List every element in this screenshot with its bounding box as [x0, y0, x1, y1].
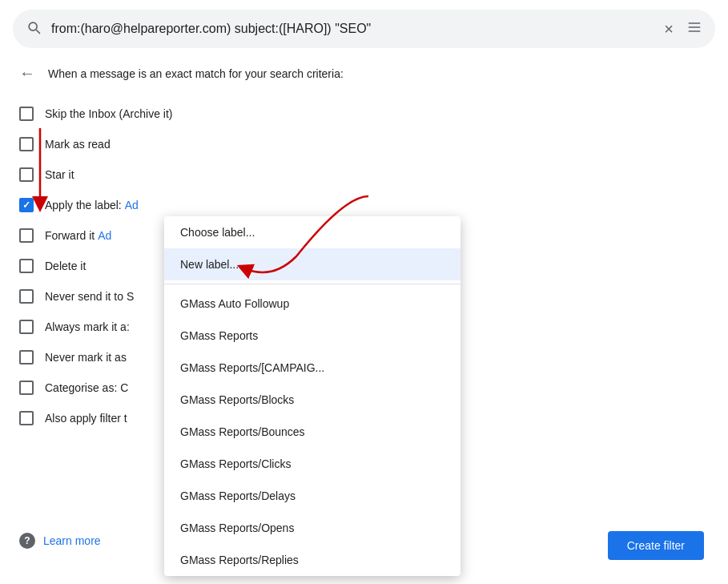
- filter-row-skip-inbox: Skip the Inbox (Archive it): [19, 99, 709, 129]
- checkbox-skip-inbox[interactable]: [19, 107, 34, 121]
- label-delete-it: Delete it: [45, 260, 86, 272]
- learn-more-row: ? Learn more: [19, 522, 101, 560]
- label-never-send: Never send it to S: [45, 290, 134, 303]
- label-apply-label: Apply the label:: [45, 199, 122, 211]
- filter-row-star-it: Star it: [19, 159, 709, 190]
- clear-search-button[interactable]: ×: [664, 20, 674, 38]
- back-row: ← When a message is an exact match for y…: [19, 58, 709, 83]
- label-star-it: Star it: [45, 168, 74, 181]
- dropdown-item-gmass-auto-followup[interactable]: GMass Auto Followup: [164, 288, 461, 320]
- label-skip-inbox: Skip the Inbox (Archive it): [45, 107, 173, 120]
- dropdown-item-gmass-reports-delays[interactable]: GMass Reports/Delays: [164, 480, 461, 512]
- dropdown-item-gmass-reports[interactable]: GMass Reports: [164, 320, 461, 352]
- forward-it-link[interactable]: Ad: [98, 229, 111, 242]
- checkbox-mark-as-read[interactable]: [19, 137, 34, 151]
- dropdown-item-gmass-reports-campaign[interactable]: GMass Reports/[CAMPAIG...: [164, 352, 461, 384]
- checkbox-categorise[interactable]: [19, 381, 34, 395]
- label-never-mark: Never mark it as: [45, 351, 127, 364]
- criteria-description: When a message is an exact match for you…: [48, 67, 344, 80]
- search-options-button[interactable]: [686, 19, 702, 39]
- search-bar: ×: [13, 10, 715, 48]
- checkbox-star-it[interactable]: [19, 167, 34, 182]
- back-button[interactable]: ←: [19, 64, 35, 83]
- search-input[interactable]: [51, 22, 664, 36]
- checkbox-delete-it[interactable]: [19, 259, 34, 273]
- dropdown-scroll: Choose label... New label... GMass Auto …: [164, 216, 461, 576]
- dropdown-item-new-label[interactable]: New label...: [164, 248, 461, 280]
- dropdown-item-gmass-reports-bounces[interactable]: GMass Reports/Bounces: [164, 416, 461, 448]
- checkbox-forward-it[interactable]: [19, 228, 34, 243]
- dropdown-item-choose-label[interactable]: Choose label...: [164, 216, 461, 248]
- checkbox-never-send[interactable]: [19, 289, 34, 304]
- checkbox-always-mark[interactable]: [19, 320, 34, 334]
- dropdown-item-gmass-reports-blocks[interactable]: GMass Reports/Blocks: [164, 384, 461, 416]
- checkbox-never-mark[interactable]: [19, 350, 34, 364]
- checkbox-also-apply[interactable]: [19, 411, 34, 425]
- dropdown-item-gmass-reports-replies[interactable]: GMass Reports/Replies: [164, 544, 461, 576]
- filter-row-mark-as-read: Mark as read: [19, 129, 709, 159]
- label-forward-it: Forward it: [45, 229, 95, 242]
- dropdown-separator: [164, 284, 461, 284]
- checkbox-apply-label[interactable]: [19, 198, 34, 212]
- apply-label-link[interactable]: Ad: [125, 199, 139, 211]
- search-icon: [26, 19, 42, 39]
- label-categorise: Categorise as: C: [45, 381, 128, 394]
- label-also-apply: Also apply filter t: [45, 412, 127, 425]
- dropdown-item-gmass-reports-clicks[interactable]: GMass Reports/Clicks: [164, 448, 461, 480]
- dropdown-item-gmass-reports-opens[interactable]: GMass Reports/Opens: [164, 512, 461, 544]
- create-filter-button[interactable]: Create filter: [608, 531, 704, 560]
- label-dropdown: Choose label... New label... GMass Auto …: [164, 216, 461, 576]
- learn-more-link[interactable]: Learn more: [43, 534, 101, 547]
- label-mark-as-read: Mark as read: [45, 138, 111, 151]
- help-icon[interactable]: ?: [19, 533, 35, 549]
- label-always-mark: Always mark it a:: [45, 320, 130, 333]
